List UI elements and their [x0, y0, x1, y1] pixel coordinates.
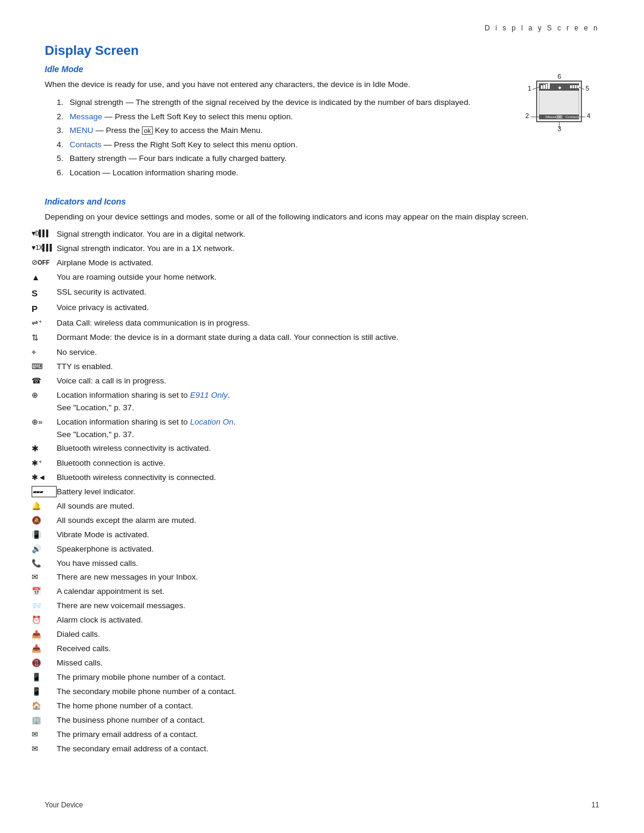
no-service-icon: ⌖ [32, 346, 57, 358]
svg-text:Contacts: Contacts [565, 115, 580, 119]
list-item: 1. Signal strength — The strength of the… [57, 96, 501, 109]
list-item: 🏢 The business phone number of a contact… [45, 714, 599, 727]
dormant-mode-icon: ⇅ [32, 332, 57, 345]
diagram-svg: ◆ Message Contacts OK 6 1 5 2 [513, 70, 599, 142]
indicators-section: Indicators and Icons Depending on your d… [45, 197, 599, 755]
ssl-icon: S [32, 286, 57, 300]
signal-digital-icon: ▼D▌▌▌ [32, 228, 57, 239]
idle-mode-heading: Idle Mode [45, 64, 501, 74]
label-4: 4 [587, 112, 590, 119]
primary-mobile-icon: 📱 [32, 671, 57, 683]
list-item: ⌖ No service. [45, 346, 599, 359]
svg-rect-8 [570, 85, 572, 88]
page-header: D i s p l a y S c r e e n [45, 24, 599, 32]
indicators-heading: Indicators and Icons [45, 197, 599, 206]
idle-list: 1. Signal strength — The strength of the… [45, 96, 501, 179]
footer-left: Your Device [45, 801, 83, 809]
svg-rect-3 [541, 85, 543, 89]
footer-right: 11 [592, 801, 599, 809]
svg-rect-4 [543, 85, 545, 89]
list-item: ✉ The primary email address of a contact… [45, 729, 599, 741]
received-calls-icon: 📥 [32, 643, 57, 655]
svg-text:OK: OK [557, 115, 562, 119]
signal-1x-icon: ▼1X▌▌▌ [32, 243, 57, 253]
idle-intro: When the device is ready for use, and yo… [45, 79, 501, 91]
list-item: 📨 There are new voicemail messages. [45, 600, 599, 612]
list-item: ▼1X▌▌▌ Signal strength indicator. You ar… [45, 243, 599, 255]
location-e911-icon: ⊕ [32, 389, 57, 401]
svg-line-17 [532, 87, 539, 89]
svg-rect-5 [546, 84, 547, 89]
list-item: 📳 Vibrate Mode is activated. [45, 529, 599, 541]
battery-icon: ▰▰▰ [32, 486, 57, 497]
list-item: ▲ You are roaming outside your home netw… [45, 271, 599, 284]
list-item: ⊕» Location information sharing is set t… [45, 416, 599, 441]
message-link[interactable]: Message [70, 112, 103, 121]
speakerphone-icon: 🔊 [32, 543, 57, 555]
list-item: 🔊 Speakerphone is activated. [45, 543, 599, 556]
list-item: ⇅ Dormant Mode: the device is in a dorma… [45, 332, 599, 345]
main-title: Display Screen [45, 43, 599, 58]
list-item: 📵 Missed calls. [45, 657, 599, 670]
alarm-only-icon: 🔕 [32, 515, 57, 527]
list-item: ⌨ TTY is enabled. [45, 361, 599, 373]
label-5: 5 [586, 85, 589, 92]
phone-diagram: ◆ Message Contacts OK 6 1 5 2 [513, 70, 599, 144]
idle-section: Idle Mode When the device is ready for u… [45, 64, 599, 185]
secondary-mobile-icon: 📱 [32, 686, 57, 698]
menu-link[interactable]: MENU [70, 126, 94, 135]
list-item: ⏰ Alarm clock is activated. [45, 614, 599, 627]
icon-list: ▼D▌▌▌ Signal strength indicator. You are… [45, 228, 599, 755]
list-item: ⊕ Location information sharing is set to… [45, 389, 599, 414]
list-item: ☎ Voice call: a call is in progress. [45, 375, 599, 388]
list-item: 🔕 All sounds except the alarm are muted. [45, 515, 599, 527]
tty-icon: ⌨ [32, 361, 57, 373]
vibrate-icon: 📳 [32, 529, 57, 541]
label-6: 6 [558, 73, 561, 80]
alarm-clock-icon: ⏰ [32, 614, 57, 626]
list-item: 🔔 All sounds are muted. [45, 500, 599, 513]
data-call-icon: ⇌⁺ [32, 317, 57, 329]
list-item: 6. Location — Location information shari… [57, 166, 501, 179]
list-item: ✱ Bluetooth wireless connectivity is act… [45, 442, 599, 456]
list-item: S SSL security is activated. [45, 286, 599, 300]
list-item: ⇌⁺ Data Call: wireless data communicatio… [45, 317, 599, 330]
airplane-mode-icon: ⊘OFF [32, 257, 57, 268]
list-item: 5. Battery strength — Four bars indicate… [57, 152, 501, 165]
home-phone-icon: 🏠 [32, 700, 57, 712]
new-messages-icon: ✉ [32, 571, 57, 583]
list-item: 📤 Dialed calls. [45, 628, 599, 641]
calendar-icon: 📅 [32, 586, 57, 597]
roaming-icon: ▲ [32, 271, 57, 284]
list-item: ✱⁺ Bluetooth connection is active. [45, 457, 599, 470]
voicemail-icon: 📨 [32, 600, 57, 612]
list-item: 📞 You have missed calls. [45, 558, 599, 570]
contacts-link[interactable]: Contacts [70, 140, 101, 149]
missed-calls-log-icon: 📵 [32, 657, 57, 669]
missed-calls-icon: 📞 [32, 558, 57, 569]
list-item: ✉ The secondary email address of a conta… [45, 743, 599, 755]
svg-rect-9 [572, 85, 574, 88]
bluetooth-active-icon: ✱⁺ [32, 457, 57, 469]
list-item: 3. MENU — Press the ok Key to access the… [57, 124, 501, 137]
list-item: 4. Contacts — Press the Right Soft Key t… [57, 138, 501, 151]
e911-only-link[interactable]: E911 Only [190, 391, 228, 400]
location-on-icon: ⊕» [32, 416, 57, 428]
list-item: ✉ There are new messages in your Inbox. [45, 571, 599, 584]
label-2: 2 [525, 112, 529, 119]
location-on-link[interactable]: Location On [190, 417, 234, 426]
business-phone-icon: 🏢 [32, 714, 57, 726]
ok-key: ok [142, 126, 153, 135]
list-item: 📥 Received calls. [45, 643, 599, 655]
list-item: ▰▰▰ Battery level indicator. [45, 486, 599, 498]
list-item: ▼D▌▌▌ Signal strength indicator. You are… [45, 228, 599, 241]
indicators-intro: Depending on your device settings and mo… [45, 211, 599, 224]
sounds-muted-icon: 🔔 [32, 500, 57, 512]
svg-rect-6 [548, 83, 550, 89]
voice-call-icon: ☎ [32, 375, 57, 387]
svg-rect-10 [575, 85, 577, 88]
list-item: 2. Message — Press the Left Soft Key to … [57, 110, 501, 123]
label-1: 1 [528, 85, 531, 92]
bluetooth-connected-icon: ✱◄ [32, 472, 57, 484]
bluetooth-icon: ✱ [32, 442, 57, 456]
